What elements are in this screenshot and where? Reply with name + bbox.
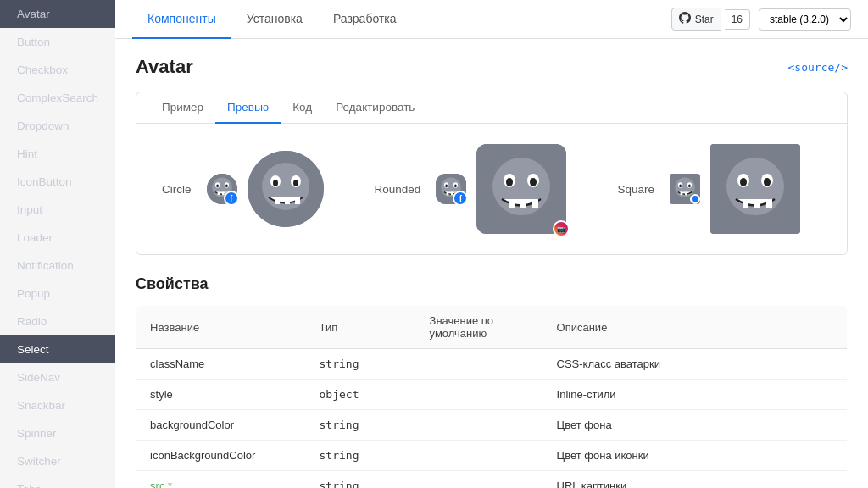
prop-name: backgroundColor bbox=[136, 410, 306, 441]
circle-label: Circle bbox=[162, 183, 192, 196]
sidebar-item-iconbutton[interactable]: IconButton bbox=[0, 168, 115, 196]
sidebar-item-spinner[interactable]: Spinner bbox=[0, 419, 115, 447]
sidebar-item-radio[interactable]: Radio bbox=[0, 308, 115, 336]
svg-point-5 bbox=[225, 185, 228, 188]
topnav-tab-установка[interactable]: Установка bbox=[231, 0, 318, 39]
preview-tabs: ПримерПревьюКодРедактировать bbox=[136, 92, 847, 124]
prop-name: className bbox=[136, 349, 306, 380]
avatar-square-large bbox=[710, 144, 800, 234]
svg-rect-40 bbox=[681, 192, 683, 196]
table-row: src *stringURL картинки bbox=[136, 471, 848, 489]
sidebar-item-complexsearch[interactable]: ComplexSearch bbox=[0, 84, 115, 112]
avatar-square-small bbox=[670, 174, 700, 204]
top-navigation: КомпонентыУстановкаРазработка Star 16 st… bbox=[115, 0, 868, 39]
github-star-count: 16 bbox=[725, 9, 750, 30]
github-icon bbox=[679, 12, 691, 26]
source-link[interactable]: <source/> bbox=[788, 61, 848, 74]
sidebar-item-tabs[interactable]: Tabs bbox=[0, 475, 115, 488]
page-title: Avatar bbox=[136, 56, 193, 78]
table-row: backgroundColorstringЦвет фона bbox=[136, 410, 848, 441]
svg-rect-15 bbox=[285, 197, 290, 204]
github-star-widget: Star 16 bbox=[671, 8, 750, 30]
svg-rect-32 bbox=[520, 199, 526, 208]
svg-point-46 bbox=[740, 178, 747, 186]
avatar-img-circle-lg bbox=[248, 151, 324, 227]
table-row: styleobjectInline-стили bbox=[136, 380, 848, 410]
table-row: iconBackgroundColorstringЦвет фона иконк… bbox=[136, 441, 848, 471]
prop-default bbox=[416, 410, 543, 441]
col-header-name: Название bbox=[136, 306, 306, 349]
prop-name: src * bbox=[136, 471, 306, 489]
sidebar-item-notification[interactable]: Notification bbox=[0, 252, 115, 280]
avatar-rounded-large: 📷 bbox=[476, 144, 566, 234]
prop-default bbox=[416, 441, 543, 471]
svg-point-29 bbox=[506, 178, 513, 186]
svg-point-13 bbox=[293, 180, 298, 186]
svg-rect-6 bbox=[217, 192, 220, 196]
svg-rect-41 bbox=[685, 192, 687, 196]
github-star-button[interactable]: Star bbox=[671, 8, 721, 30]
sidebar-item-button[interactable]: Button bbox=[0, 28, 115, 56]
avatar-group-square: Square bbox=[617, 144, 800, 234]
svg-point-47 bbox=[764, 178, 771, 186]
badge-instagram-rounded: 📷 bbox=[553, 220, 570, 237]
sidebar-item-input[interactable]: Input bbox=[0, 196, 115, 224]
svg-point-4 bbox=[216, 185, 219, 188]
avatar-circle-small: f bbox=[207, 174, 237, 204]
sidebar-item-select[interactable]: Select bbox=[0, 336, 115, 363]
svg-point-12 bbox=[273, 180, 278, 186]
topnav-tab-компоненты[interactable]: Компоненты bbox=[132, 0, 231, 39]
avatar-group-circle: Circle bbox=[162, 151, 324, 227]
properties-section: Свойства Название Тип Значение по умолча… bbox=[136, 275, 848, 488]
main-content: КомпонентыУстановкаРазработка Star 16 st… bbox=[115, 0, 868, 488]
properties-table: Название Тип Значение по умолчанию Описа… bbox=[136, 305, 848, 488]
col-header-default: Значение по умолчанию bbox=[416, 306, 543, 349]
sidebar-item-switcher[interactable]: Switcher bbox=[0, 447, 115, 475]
avatar-preview-area: Circle bbox=[136, 124, 847, 254]
table-row: classNamestringCSS-класс аватарки bbox=[136, 349, 848, 380]
sidebar-item-sidenav[interactable]: SideNav bbox=[0, 363, 115, 391]
svg-point-22 bbox=[454, 185, 457, 188]
badge-facebook-sm: f bbox=[224, 191, 239, 206]
preview-section: ПримерПревьюКодРедактировать Circle bbox=[136, 92, 848, 255]
version-select[interactable]: stable (3.2.0) bbox=[759, 8, 851, 30]
avatar-circle-large bbox=[248, 151, 324, 227]
svg-rect-50 bbox=[766, 199, 772, 208]
prop-name: iconBackgroundColor bbox=[136, 441, 306, 471]
preview-tab-превью[interactable]: Превью bbox=[215, 92, 281, 124]
svg-point-21 bbox=[446, 185, 448, 188]
col-header-desc: Описание bbox=[543, 306, 848, 349]
svg-point-38 bbox=[679, 185, 682, 188]
preview-tab-код[interactable]: Код bbox=[281, 92, 324, 124]
preview-tab-редактировать[interactable]: Редактировать bbox=[324, 92, 426, 124]
sidebar-item-avatar[interactable]: Avatar bbox=[0, 0, 115, 28]
sidebar-item-checkbox[interactable]: Checkbox bbox=[0, 56, 115, 84]
topnav-tab-разработка[interactable]: Разработка bbox=[318, 0, 412, 39]
svg-rect-31 bbox=[509, 199, 515, 208]
properties-title: Свойства bbox=[136, 275, 848, 293]
svg-rect-49 bbox=[754, 199, 760, 208]
prop-desc: URL картинки bbox=[543, 471, 848, 489]
svg-point-39 bbox=[688, 185, 691, 188]
rounded-label: Rounded bbox=[375, 183, 421, 196]
sidebar: AvatarButtonCheckboxComplexSearchDropdow… bbox=[0, 0, 115, 488]
svg-rect-33 bbox=[532, 199, 538, 208]
avatar-rounded-small: f bbox=[436, 174, 466, 204]
square-label: Square bbox=[617, 183, 654, 196]
sidebar-item-loader[interactable]: Loader bbox=[0, 224, 115, 252]
prop-desc: CSS-класс аватарки bbox=[543, 349, 848, 380]
sidebar-item-dropdown[interactable]: Dropdown bbox=[0, 112, 115, 140]
prop-desc: Цвет фона bbox=[543, 410, 848, 441]
sidebar-item-popup[interactable]: Popup bbox=[0, 280, 115, 308]
prop-type: string bbox=[306, 441, 416, 471]
page-header: Avatar <source/> bbox=[136, 56, 848, 78]
prop-type: string bbox=[306, 410, 416, 441]
prop-type: string bbox=[306, 471, 416, 489]
sidebar-item-hint[interactable]: Hint bbox=[0, 140, 115, 168]
prop-desc: Inline-стили bbox=[543, 380, 848, 410]
preview-tab-пример[interactable]: Пример bbox=[150, 92, 215, 124]
svg-rect-48 bbox=[743, 199, 748, 208]
sidebar-item-snackbar[interactable]: Snackbar bbox=[0, 391, 115, 419]
avatar-img-square-lg bbox=[710, 144, 800, 234]
prop-default bbox=[416, 380, 543, 410]
